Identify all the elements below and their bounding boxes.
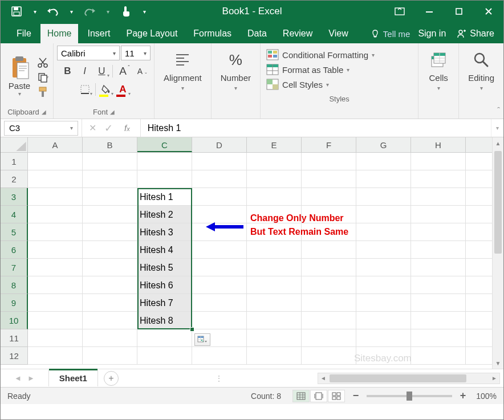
sheet-nav-next-icon[interactable]: ► <box>27 374 35 382</box>
cell[interactable] <box>302 329 356 347</box>
cell[interactable] <box>83 312 137 329</box>
cell[interactable] <box>247 188 302 206</box>
scroll-up-icon[interactable]: ▲ <box>493 137 503 149</box>
save-icon[interactable] <box>9 3 25 19</box>
select-all-corner[interactable] <box>1 137 28 153</box>
copy-icon[interactable]: ▾ <box>36 71 50 84</box>
underline-button[interactable]: U▾ <box>94 64 110 79</box>
cell[interactable]: Hitesh 5 <box>137 259 192 276</box>
page-break-view-button[interactable] <box>328 390 345 402</box>
cell[interactable] <box>83 347 137 365</box>
cell[interactable] <box>302 347 356 365</box>
row-header[interactable]: 11 <box>1 329 28 347</box>
font-dialog-launcher[interactable]: ◢ <box>110 109 115 115</box>
cell[interactable] <box>411 312 466 329</box>
cell[interactable] <box>192 206 247 223</box>
cell[interactable] <box>192 312 247 329</box>
cell[interactable] <box>356 206 411 223</box>
cell[interactable] <box>247 170 302 188</box>
cell[interactable] <box>83 276 137 294</box>
minimize-button[interactable] <box>414 1 444 22</box>
number-button[interactable]: % Number ▾ <box>215 46 257 95</box>
row-header[interactable]: 10 <box>1 312 28 329</box>
cell[interactable] <box>247 259 302 276</box>
collapse-ribbon-icon[interactable]: ˆ <box>497 106 500 115</box>
cell[interactable] <box>411 223 466 241</box>
cell[interactable] <box>356 347 411 365</box>
cell[interactable] <box>356 188 411 206</box>
cell[interactable] <box>302 259 356 276</box>
cell[interactable] <box>302 170 356 188</box>
cell[interactable] <box>356 312 411 329</box>
cell[interactable] <box>302 241 356 259</box>
row-header[interactable]: 2 <box>1 170 28 188</box>
cell[interactable] <box>356 276 411 294</box>
zoom-percent[interactable]: 100% <box>468 392 497 401</box>
tab-view[interactable]: View <box>322 24 355 43</box>
tell-me-search[interactable]: Tell me <box>371 29 410 39</box>
font-size-combo[interactable]: 11▾ <box>121 46 151 60</box>
sheet-tab-sheet1[interactable]: Sheet1 <box>48 370 98 386</box>
vertical-scroll-thumb[interactable] <box>494 151 502 254</box>
formula-input[interactable]: Hitesh 1 <box>140 119 491 137</box>
cell[interactable] <box>137 329 192 347</box>
cell[interactable] <box>28 223 83 241</box>
format-painter-icon[interactable] <box>36 86 50 99</box>
cell[interactable] <box>28 259 83 276</box>
row-headers[interactable]: 123456789101112 <box>1 153 28 365</box>
tab-home[interactable]: Home <box>40 24 79 43</box>
cell[interactable] <box>247 312 302 329</box>
clipboard-dialog-launcher[interactable]: ◢ <box>42 109 46 115</box>
row-header[interactable]: 12 <box>1 347 28 365</box>
conditional-formatting-button[interactable]: Conditional Formatting▾ <box>266 49 412 60</box>
cell[interactable] <box>192 347 247 365</box>
share-button[interactable]: Share <box>454 24 498 43</box>
sheet-split-handle[interactable]: ⋮ <box>215 374 221 383</box>
cell[interactable] <box>28 153 83 170</box>
scroll-down-icon[interactable]: ▼ <box>493 357 503 369</box>
spreadsheet-grid[interactable]: ABCDEFGH 123456789101112 Hitesh 1Hitesh … <box>1 137 503 369</box>
cell[interactable] <box>83 241 137 259</box>
cell[interactable] <box>302 153 356 170</box>
increase-font-button[interactable]: Aˆ <box>115 64 131 79</box>
cell[interactable] <box>192 259 247 276</box>
font-name-combo[interactable]: Calibri▾ <box>57 46 120 60</box>
cells-button[interactable]: Cells ▾ <box>422 46 455 95</box>
touch-mode-icon[interactable] <box>118 3 134 19</box>
qat-dropdown[interactable]: ▾ <box>28 9 42 15</box>
cell[interactable] <box>247 241 302 259</box>
name-box[interactable]: C3▾ <box>4 121 78 136</box>
cell[interactable] <box>411 276 466 294</box>
cell[interactable] <box>411 170 466 188</box>
row-header[interactable]: 8 <box>1 276 28 294</box>
cell[interactable] <box>83 153 137 170</box>
cell[interactable] <box>302 276 356 294</box>
cell[interactable]: Hitesh 2 <box>137 206 192 223</box>
cell[interactable] <box>411 188 466 206</box>
row-header[interactable]: 3 <box>1 188 28 206</box>
cell[interactable] <box>83 329 137 347</box>
cell[interactable] <box>247 329 302 347</box>
tab-page-layout[interactable]: Page Layout <box>119 24 184 43</box>
cell[interactable] <box>83 206 137 223</box>
cell[interactable] <box>411 259 466 276</box>
cell[interactable] <box>192 294 247 312</box>
cell[interactable] <box>302 312 356 329</box>
maximize-button[interactable] <box>444 1 474 22</box>
cell[interactable]: Hitesh 3 <box>137 223 192 241</box>
cell[interactable]: Hitesh 1 <box>137 188 192 206</box>
cell[interactable] <box>411 347 466 365</box>
zoom-in-button[interactable]: + <box>458 390 468 402</box>
row-header[interactable]: 7 <box>1 259 28 276</box>
cell[interactable] <box>137 170 192 188</box>
cell[interactable] <box>356 223 411 241</box>
cell[interactable] <box>411 294 466 312</box>
cell[interactable] <box>356 153 411 170</box>
tab-data[interactable]: Data <box>241 24 274 43</box>
sign-in-button[interactable]: Sign in <box>414 24 449 43</box>
cell[interactable]: Hitesh 4 <box>137 241 192 259</box>
cell[interactable] <box>247 294 302 312</box>
column-header[interactable]: H <box>411 137 466 152</box>
cell[interactable] <box>28 276 83 294</box>
tab-review[interactable]: Review <box>276 24 319 43</box>
